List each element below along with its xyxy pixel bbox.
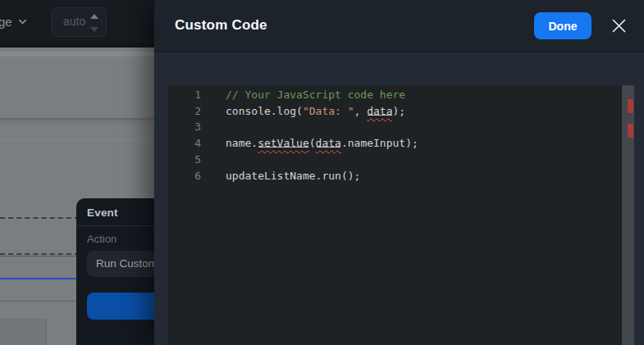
- error-marker: [628, 124, 633, 138]
- code-line: 5: [168, 152, 634, 168]
- section-edge-line: [0, 118, 154, 120]
- event-panel-title: Event: [87, 207, 118, 219]
- close-icon[interactable]: [612, 19, 626, 33]
- code-editor[interactable]: 1// Your JavaScript code here2console.lo…: [168, 85, 634, 345]
- code-line: 2console.log("Data: ", data);: [168, 103, 634, 120]
- size-dropdown-label: ge: [0, 15, 12, 29]
- event-submit-button[interactable]: [87, 293, 154, 320]
- action-select[interactable]: Run Custom: [87, 251, 154, 277]
- size-dropdown[interactable]: ge: [0, 15, 27, 29]
- code-text: [201, 119, 232, 135]
- stepper-arrows[interactable]: [89, 13, 99, 33]
- auto-stepper[interactable]: auto: [52, 7, 107, 37]
- line-number: 6: [168, 168, 201, 184]
- faint-guide-line: [0, 139, 154, 140]
- event-panel: Event Action Run Custom: [76, 198, 154, 345]
- line-number: 4: [168, 135, 201, 152]
- code-line: 3: [168, 119, 634, 135]
- code-text: name.setValue(data.nameInput);: [201, 135, 418, 152]
- code-text: // Your JavaScript code here: [201, 87, 405, 103]
- line-number: 2: [168, 103, 201, 120]
- code-text: updateListName.run();: [201, 168, 360, 184]
- canvas-corner-box: [0, 319, 47, 345]
- chevron-down-icon: [18, 17, 27, 26]
- code-line: 1// Your JavaScript code here: [168, 87, 634, 103]
- auto-stepper-value: auto: [63, 15, 85, 28]
- code-lines: 1// Your JavaScript code here2console.lo…: [168, 85, 634, 184]
- error-marker: [628, 99, 633, 113]
- app-root: ge auto Event A: [0, 0, 644, 345]
- line-number: 3: [168, 119, 201, 135]
- editor-scrollbar[interactable]: [622, 85, 634, 345]
- code-line: 4name.setValue(data.nameInput);: [168, 135, 634, 152]
- event-panel-divider: [76, 225, 154, 226]
- code-text: console.log("Data: ", data);: [201, 103, 405, 120]
- line-number: 5: [168, 152, 201, 168]
- top-toolbar: ge auto: [0, 0, 154, 48]
- line-number: 1: [168, 87, 201, 103]
- stepper-down-icon[interactable]: [90, 27, 98, 32]
- modal-header: Custom Code Done: [154, 0, 644, 52]
- stepper-up-icon[interactable]: [90, 14, 98, 19]
- custom-code-modal: Custom Code Done 1// Your JavaScript cod…: [154, 0, 644, 345]
- done-button[interactable]: Done: [534, 12, 591, 39]
- modal-title: Custom Code: [175, 17, 267, 34]
- dimmed-background: ge auto Event A: [0, 0, 154, 345]
- code-text: [201, 152, 232, 168]
- action-field-label: Action: [87, 233, 116, 245]
- code-line: 6updateListName.run();: [168, 168, 634, 184]
